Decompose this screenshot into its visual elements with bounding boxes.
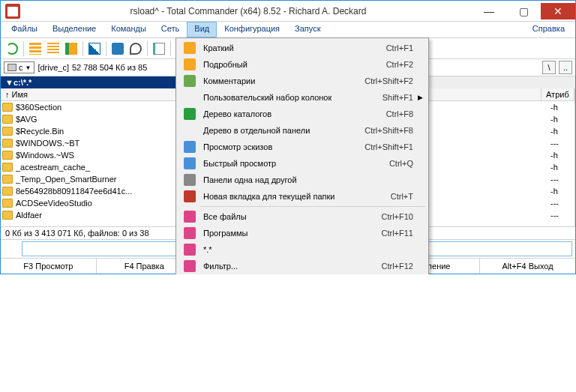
filter-icon bbox=[184, 260, 196, 272]
menu-label: Просмотр эскизов bbox=[199, 142, 364, 151]
menu-label: *.* bbox=[199, 245, 413, 254]
menu-shortcut: Ctrl+F11 bbox=[382, 229, 417, 238]
menu-shortcut: Ctrl+F2 bbox=[386, 60, 416, 69]
view-full-button[interactable] bbox=[45, 40, 62, 57]
quickview-icon bbox=[184, 157, 196, 169]
brief-icon bbox=[184, 42, 196, 54]
close-button[interactable]: ✕ bbox=[541, 3, 575, 19]
menu-item[interactable]: КраткийCtrl+F1 bbox=[178, 40, 427, 56]
menu-item[interactable]: Просмотр эскизовCtrl+Shift+F1 bbox=[178, 139, 427, 155]
folder-icon bbox=[2, 115, 13, 124]
menu-item[interactable]: Все файлыCtrl+F10 bbox=[178, 208, 427, 225]
menu-shortcut: Ctrl+F12 bbox=[382, 262, 417, 271]
folder-icon bbox=[2, 151, 13, 160]
menu-Команды[interactable]: Команды bbox=[104, 22, 154, 37]
full-icon bbox=[47, 43, 59, 55]
brief-icon bbox=[29, 43, 41, 55]
maximize-button[interactable]: ▢ bbox=[506, 3, 541, 19]
col-name[interactable]: ↑ Имя bbox=[1, 88, 205, 100]
menu-label: Панели одна над другой bbox=[199, 175, 413, 184]
menu-label: Пользовательский набор колонок bbox=[199, 93, 382, 102]
menu-item[interactable]: Фильтр...Ctrl+F12 bbox=[178, 258, 427, 274]
folder-icon bbox=[2, 187, 13, 196]
fkey-button[interactable]: Alt+F4 Выход bbox=[480, 259, 575, 274]
col-attr-r[interactable]: Атриб bbox=[542, 88, 574, 100]
invert-button[interactable] bbox=[86, 40, 103, 57]
search-button[interactable] bbox=[128, 40, 144, 57]
menu-label: Все файлы bbox=[199, 212, 382, 221]
minimize-button[interactable]: — bbox=[472, 3, 506, 19]
menu-shortcut: Ctrl+F8 bbox=[386, 109, 416, 118]
menu-Конфигурация[interactable]: Конфигурация bbox=[217, 22, 287, 37]
titlebar: rsload^ - Total Commander (x64) 8.52 - R… bbox=[1, 1, 575, 22]
submenu-arrow-icon: ▶ bbox=[416, 94, 424, 101]
thumbs-icon bbox=[184, 141, 196, 153]
fkey-button[interactable]: F3 Просмотр bbox=[1, 259, 97, 274]
app-icon bbox=[5, 4, 20, 19]
menu-shortcut: Ctrl+F10 bbox=[382, 212, 417, 221]
full-icon bbox=[184, 58, 196, 70]
folder-icon bbox=[2, 199, 13, 208]
allfiles-icon bbox=[184, 211, 196, 223]
wildcard-icon bbox=[184, 244, 196, 256]
menu-Сеть[interactable]: Сеть bbox=[154, 22, 187, 37]
tree-icon bbox=[65, 43, 77, 55]
ftp-icon bbox=[112, 43, 124, 55]
menu-item[interactable]: КомментарииCtrl+Shift+F2 bbox=[178, 73, 427, 89]
drive-letter: c bbox=[19, 63, 23, 72]
menu-shortcut: Shift+F1 bbox=[382, 93, 416, 102]
app-window: rsload^ - Total Commander (x64) 8.52 - R… bbox=[0, 0, 576, 274]
menu-shortcut: Ctrl+Shift+F8 bbox=[364, 126, 416, 135]
view-brief-button[interactable] bbox=[27, 40, 44, 57]
menu-item[interactable]: ПодробныйCtrl+F2 bbox=[178, 56, 427, 73]
menu-item[interactable]: Быстрый просмотрCtrl+Q bbox=[178, 155, 427, 172]
menu-label: Программы bbox=[199, 229, 382, 238]
folder-icon bbox=[2, 103, 13, 112]
folder-icon bbox=[2, 211, 13, 220]
nav-root-right[interactable]: \ bbox=[542, 61, 556, 74]
menu-shortcut: Ctrl+T bbox=[391, 192, 416, 201]
menu-shortcut: Ctrl+F1 bbox=[386, 43, 416, 52]
menu-item[interactable]: Пользовательский набор колонокShift+F1▶ bbox=[178, 89, 427, 106]
notepad-button[interactable] bbox=[151, 40, 167, 57]
folder-icon bbox=[2, 127, 13, 136]
menu-item[interactable]: ПрограммыCtrl+F11 bbox=[178, 225, 427, 241]
ftp-button[interactable] bbox=[110, 40, 126, 57]
menu-item[interactable]: Дерево в отдельной панелиCtrl+Shift+F8 bbox=[178, 122, 427, 139]
menu-shortcut: Ctrl+Q bbox=[389, 159, 416, 168]
comments-icon bbox=[184, 75, 196, 87]
tree-icon bbox=[184, 108, 196, 120]
menu-item[interactable]: *.* bbox=[178, 241, 427, 258]
menu-label: Подробный bbox=[199, 60, 386, 69]
menu-label: Дерево каталогов bbox=[199, 109, 386, 118]
menu-shortcut: Ctrl+Shift+F2 bbox=[364, 76, 416, 85]
menu-item[interactable]: Панели одна над другой bbox=[178, 172, 427, 188]
menu-label: Фильтр... bbox=[199, 262, 382, 271]
chevron-down-icon: ▼ bbox=[26, 64, 32, 71]
folder-icon bbox=[2, 163, 13, 172]
window-title: rsload^ - Total Commander (x64) 8.52 - R… bbox=[25, 6, 472, 16]
menu-help[interactable]: Справка bbox=[525, 22, 572, 37]
nav-up-right[interactable]: .. bbox=[559, 61, 572, 74]
search-icon bbox=[130, 43, 142, 55]
stack-icon bbox=[184, 174, 196, 186]
drive-label: [drive_c] bbox=[38, 63, 69, 72]
menu-Вид[interactable]: Вид bbox=[187, 22, 217, 37]
menu-item[interactable]: Новая вкладка для текущей папкиCtrl+T bbox=[178, 188, 427, 205]
drive-selector-left[interactable]: c ▼ bbox=[4, 61, 34, 73]
notepad-icon bbox=[153, 43, 165, 55]
refresh-icon bbox=[6, 43, 18, 55]
menu-shortcut: Ctrl+Shift+F1 bbox=[364, 142, 416, 151]
menu-label: Дерево в отдельной панели bbox=[199, 126, 364, 135]
menu-item[interactable]: Дерево каталоговCtrl+F8 bbox=[178, 106, 427, 122]
hdd-icon bbox=[8, 64, 16, 71]
folder-icon bbox=[2, 139, 13, 148]
menu-label: Краткий bbox=[199, 43, 386, 52]
menu-Запуск[interactable]: Запуск bbox=[287, 22, 328, 37]
menu-Выделение[interactable]: Выделение bbox=[45, 22, 104, 37]
view-tree-button[interactable] bbox=[63, 40, 80, 57]
menu-label: Быстрый просмотр bbox=[199, 159, 389, 168]
refresh-button[interactable] bbox=[4, 40, 20, 57]
menu-label: Новая вкладка для текущей папки bbox=[199, 192, 391, 201]
menu-Файлы[interactable]: Файлы bbox=[4, 22, 45, 37]
